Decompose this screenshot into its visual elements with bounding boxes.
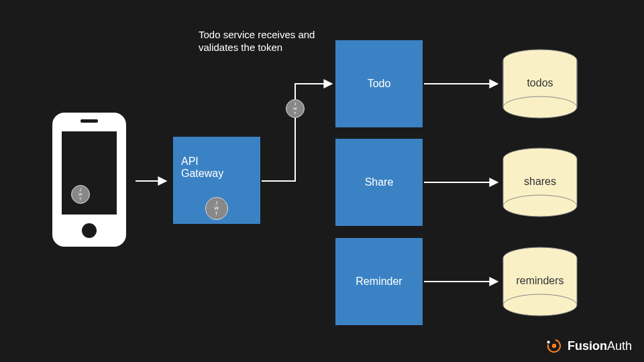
svg-rect-1 xyxy=(62,131,117,215)
brand-text: FusionAuth xyxy=(568,339,632,353)
brand-text-bold: Fusion xyxy=(568,339,607,353)
jwt-badge-wire: J W T xyxy=(286,99,305,118)
node-reminder: Reminder xyxy=(335,238,423,325)
jwt-badge-api: J W T xyxy=(205,197,228,220)
db-reminders-label: reminders xyxy=(500,275,580,287)
svg-rect-3 xyxy=(80,119,98,123)
node-todo: Todo xyxy=(335,40,423,127)
node-todo-label: Todo xyxy=(368,78,391,90)
node-reminder-label: Reminder xyxy=(356,276,402,288)
svg-rect-6 xyxy=(504,59,576,63)
node-api-gateway-label: API Gateway xyxy=(181,156,223,180)
arrow-api-todo xyxy=(262,84,332,181)
phone-device xyxy=(52,113,126,247)
brand-logo-icon xyxy=(545,337,564,355)
db-todos-label: todos xyxy=(500,77,580,89)
annotation-todo-validates: Todo service receives and validates the … xyxy=(199,29,319,54)
svg-point-7 xyxy=(503,97,577,118)
svg-point-22 xyxy=(547,341,549,343)
svg-point-17 xyxy=(503,294,577,316)
svg-point-21 xyxy=(552,344,556,348)
brand-fusionauth: FusionAuth xyxy=(545,337,632,355)
node-share: Share xyxy=(335,139,423,226)
svg-point-2 xyxy=(82,223,97,238)
jwt-badge-phone: J W T xyxy=(71,185,90,204)
db-shares-label: shares xyxy=(500,176,580,188)
node-share-label: Share xyxy=(365,176,394,188)
svg-point-12 xyxy=(503,195,577,217)
brand-text-rest: Auth xyxy=(607,339,632,353)
